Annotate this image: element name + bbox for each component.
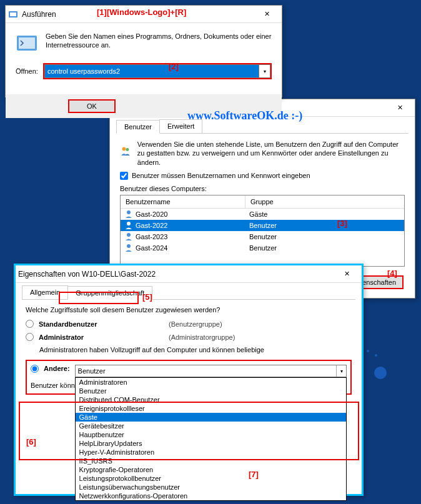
dropdown-item[interactable]: Distributed COM-Benutzer — [76, 395, 346, 404]
svg-point-11 — [122, 147, 126, 151]
dropdown-item[interactable]: IIS_IUSRS — [76, 457, 346, 465]
radio-standard-label: Standardbenutzer — [39, 320, 164, 328]
run-dropdown-arrow[interactable]: ▾ — [259, 64, 270, 78]
svg-point-12 — [126, 148, 129, 151]
svg-point-16 — [127, 244, 131, 248]
svg-point-15 — [127, 233, 131, 237]
dropdown-item[interactable]: HelpLibraryUpdaters — [76, 439, 346, 448]
annotation-3: [3] — [337, 219, 347, 228]
radio-other-label: Andere: — [44, 365, 70, 372]
svg-point-1 — [374, 367, 387, 379]
ok-button[interactable]: OK — [68, 99, 116, 113]
user-name: Gast-2023 — [136, 233, 167, 240]
group-dropdown[interactable]: Benutzer ▾ — [75, 365, 347, 377]
annotation-5: [5] — [142, 292, 152, 302]
users-list-label: Benutzer dieses Computers: — [120, 185, 405, 192]
run-dialog: Ausführen ✕ Geben Sie den Namen eines Pr… — [5, 5, 282, 97]
annotation-2: [2] — [169, 62, 179, 71]
annotation-7: [7] — [249, 470, 259, 479]
user-icon — [124, 221, 133, 230]
svg-rect-6 — [10, 12, 16, 16]
svg-point-14 — [127, 222, 131, 225]
radio-standard[interactable] — [26, 320, 34, 328]
annotation-4: [4] — [387, 269, 397, 278]
run-icon — [8, 9, 18, 19]
chevron-down-icon[interactable]: ▾ — [336, 365, 346, 377]
radio-admin-label: Administrator — [39, 334, 164, 341]
user-group: Gäste — [249, 210, 400, 218]
dropdown-item[interactable]: Gäste — [76, 413, 346, 422]
dropdown-selected: Benutzer — [76, 367, 336, 375]
dropdown-item[interactable]: Leistungsprotokollbenutzer — [76, 474, 346, 483]
run-description: Geben Sie den Namen eines Programms, Ord… — [46, 32, 272, 54]
ua-intro-text: Verwenden Sie die unten stehende Liste, … — [137, 140, 405, 167]
tab-general[interactable]: Allgemein — [22, 285, 68, 299]
col-group[interactable]: Gruppe — [245, 195, 404, 208]
checkbox-label: Benutzer müssen Benutzernamen und Kennwo… — [132, 172, 310, 179]
user-name: Gast-2022 — [136, 222, 167, 229]
users-list[interactable]: Benutzername Gruppe Gast-2020GästeGast-2… — [120, 195, 405, 267]
close-button[interactable]: ✕ — [254, 7, 279, 22]
dropdown-item[interactable]: Hyper-V-Administratoren — [76, 448, 346, 457]
run-program-icon — [16, 32, 38, 54]
table-row[interactable]: Gast-2023Benutzer — [121, 231, 404, 242]
radio-admin[interactable] — [26, 333, 34, 341]
svg-point-4 — [375, 354, 377, 357]
group-dropdown-list[interactable]: AdministratorenBenutzerDistributed COM-B… — [75, 377, 347, 501]
dropdown-item[interactable]: Leistungsüberwachungsbenutzer — [76, 483, 346, 492]
svg-point-13 — [127, 210, 131, 214]
svg-rect-8 — [19, 37, 35, 49]
list-header: Benutzername Gruppe — [121, 195, 404, 209]
svg-point-3 — [367, 350, 369, 352]
table-row[interactable]: Gast-2024Benutzer — [121, 242, 404, 254]
table-row[interactable]: Gast-2022Benutzer — [121, 220, 404, 231]
col-username[interactable]: Benutzername — [121, 195, 245, 208]
website-link: www.SoftwareOK.de :-) — [187, 109, 302, 122]
user-icon — [124, 210, 133, 219]
user-icon — [124, 244, 133, 252]
dropdown-item[interactable]: Gerätebesitzer — [76, 422, 346, 430]
tab-users[interactable]: Benutzer — [116, 120, 160, 134]
checkbox-input[interactable] — [120, 172, 128, 180]
close-button[interactable]: ✕ — [334, 267, 359, 282]
radio-admin-desc: (Administratorgruppe) — [169, 334, 235, 341]
access-question: Welche Zugriffsstufe soll diesem Benutze… — [26, 306, 352, 314]
dropdown-item[interactable]: Kryptografie-Operatoren — [76, 465, 346, 474]
table-row[interactable]: Gast-2020Gäste — [121, 209, 404, 220]
props-title: Eigenschaften von W10-DELL\Gast-2022 — [18, 270, 334, 279]
user-name: Gast-2020 — [136, 210, 167, 218]
props-titlebar: Eigenschaften von W10-DELL\Gast-2022 ✕ — [16, 265, 362, 283]
user-group: Benutzer — [249, 244, 400, 252]
annotation-6: [6] — [26, 437, 36, 447]
require-password-checkbox[interactable]: Benutzer müssen Benutzernamen und Kennwo… — [120, 172, 405, 180]
annotation-1: [1][Windows-Logo]+[R] — [97, 7, 186, 17]
user-group: Benutzer — [249, 222, 400, 229]
user-group: Benutzer — [249, 233, 400, 240]
dropdown-item[interactable]: Ereignisprotokollleser — [76, 404, 346, 413]
properties-window: Eigenschaften von W10-DELL\Gast-2022 ✕ A… — [14, 264, 364, 496]
user-icon — [124, 232, 133, 241]
tab-membership[interactable]: Gruppenmitgliedschaft — [67, 286, 152, 300]
admin-note: Administratoren haben Vollzugriff auf de… — [39, 346, 352, 353]
dropdown-item[interactable]: Benutzer — [76, 387, 346, 395]
users-large-icon — [120, 140, 131, 162]
dropdown-item[interactable]: Administratoren — [76, 378, 346, 387]
run-input[interactable] — [44, 64, 259, 78]
run-open-label: Öffnen: — [16, 67, 38, 75]
dropdown-item[interactable]: Netzwerkkonfigurations-Operatoren — [76, 492, 346, 500]
close-button[interactable]: ✕ — [387, 101, 412, 116]
radio-standard-desc: (Benutzergruppe) — [169, 320, 222, 328]
user-name: Gast-2024 — [136, 244, 167, 252]
radio-other[interactable] — [31, 365, 39, 373]
dropdown-item[interactable]: Hauptbenutzer — [76, 430, 346, 439]
